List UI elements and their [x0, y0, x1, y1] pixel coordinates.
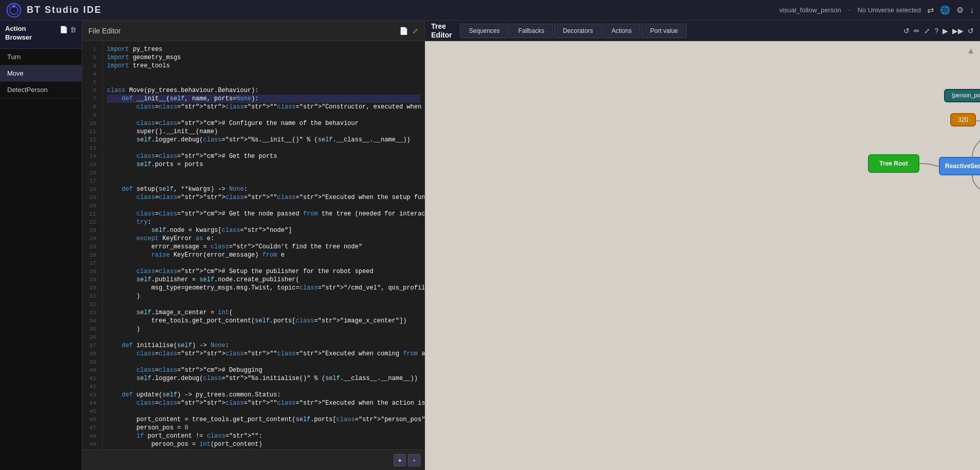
action-browser-header-icons: 📄 🗑: [60, 26, 77, 33]
code-line-15: self.ports = ports: [107, 160, 420, 169]
code-line-17: [107, 177, 420, 185]
code-line-19: class=class="str">"str">class="str">""cl…: [107, 193, 420, 202]
port-320[interactable]: 320: [950, 113, 976, 126]
code-line-8: class=class="str">"str">class="str">""cl…: [107, 103, 420, 111]
tree-root-node[interactable]: Tree Root: [868, 154, 919, 173]
code-line-3: import tree_tools: [107, 62, 420, 70]
code-line-42: [107, 383, 420, 391]
code-line-27: [107, 259, 420, 267]
fullscreen-icon[interactable]: ⤢: [924, 27, 930, 35]
code-line-33: self.image_x_center = int(: [107, 309, 420, 317]
code-line-46: port_content = tree_tools.get_port_conte…: [107, 415, 420, 424]
tree-editor-title: Tree Editor: [425, 22, 458, 40]
globe-icon[interactable]: 🌐: [940, 5, 950, 15]
sequences-button[interactable]: Sequences: [460, 24, 508, 38]
code-area[interactable]: 1234567891011121314151617181920212223242…: [82, 41, 424, 449]
app-title: BT Studio IDE: [27, 5, 102, 15]
code-line-1: import py_trees: [107, 45, 420, 53]
code-line-20: [107, 202, 420, 210]
settings-icon[interactable]: ⚙: [956, 5, 964, 15]
code-content[interactable]: import py_treesimport geometry_msgsimpor…: [103, 41, 424, 449]
code-line-30: msg_type=geometry_msgs.msg.Twist, topic=…: [107, 284, 420, 292]
actions-button[interactable]: Actions: [603, 24, 640, 38]
tree-toolbar-right: ↺ ✏ ⤢ ? ▶ ▶▶ ↺: [897, 27, 980, 35]
action-browser: Action Browser 📄 🗑 Turn Move DetectPerso…: [0, 21, 82, 470]
code-line-31: ): [107, 292, 420, 300]
topbar-right: visual_follow_person ~ No Universe selec…: [779, 5, 974, 15]
code-line-25: error_message = class="str">"Couldn't fi…: [107, 243, 420, 251]
code-line-35: ): [107, 325, 420, 333]
code-line-6: class Move(py_trees.behaviour.Behaviour)…: [107, 86, 420, 95]
code-line-36: [107, 333, 420, 341]
code-line-38: class=class="str">"str">class="str">""cl…: [107, 350, 420, 358]
editor-bottom: + -: [82, 449, 424, 470]
expand-editor-icon[interactable]: ⤢: [412, 27, 418, 35]
edit-icon[interactable]: ✏: [914, 27, 920, 35]
code-line-14: class=class="str">"cm"># Get the ports: [107, 152, 420, 160]
code-line-2: import geometry_msgs: [107, 53, 420, 62]
download-icon[interactable]: ↓: [970, 6, 974, 15]
file-editor: File Editor 📄 ⤢ 123456789101112131415161…: [82, 21, 425, 470]
code-line-44: class=class="str">"str">class="str">""cl…: [107, 399, 420, 407]
main: Action Browser 📄 🗑 Turn Move DetectPerso…: [0, 21, 980, 470]
code-line-13: [107, 144, 420, 152]
scroll-up-arrow[interactable]: ▲: [967, 46, 975, 56]
code-line-32: [107, 300, 420, 309]
reactive-sequence-node[interactable]: ReactiveSequence: [939, 157, 980, 175]
code-line-39: [107, 358, 420, 366]
topbar: BT Studio IDE visual_follow_person ~ No …: [0, 0, 980, 21]
refresh-icon[interactable]: ↺: [968, 27, 974, 35]
zoom-in-button[interactable]: +: [394, 454, 406, 466]
action-browser-title: Action Browser: [5, 25, 32, 42]
code-line-48: if port_content != class="str">"":: [107, 432, 420, 440]
tree-canvas[interactable]: Tree Root ReactiveSequence ReactiveFallb…: [425, 41, 980, 470]
play-icon[interactable]: ▶: [942, 27, 948, 35]
decorators-button[interactable]: Decorators: [554, 24, 602, 38]
code-line-24: except KeyError as e:: [107, 234, 420, 243]
code-line-7: def __init__(self, name, ports=None):: [107, 95, 420, 103]
code-line-16: [107, 169, 420, 177]
code-line-37: def initialise(self) -> None:: [107, 341, 420, 350]
sidebar-item-turn[interactable]: Turn: [0, 49, 82, 65]
file-editor-title: File Editor: [88, 27, 121, 35]
code-line-5: [107, 78, 420, 86]
project-name: visual_follow_person: [779, 6, 841, 14]
svg-point-2: [12, 5, 15, 8]
code-line-12: self.logger.debug(class="str">"%s.__init…: [107, 136, 420, 144]
editor-header-icons: 📄 ⤢: [399, 27, 418, 35]
line-numbers: 1234567891011121314151617181920212223242…: [82, 41, 103, 449]
code-line-22: try:: [107, 218, 420, 226]
connections-svg: [425, 41, 980, 470]
code-line-29: self.publisher = self.node.create_publis…: [107, 276, 420, 284]
code-line-43: def update(self) -> py_trees.common.Stat…: [107, 391, 420, 399]
port-value-button[interactable]: Port value: [641, 24, 687, 38]
code-line-10: class=class="str">"cm"># Configure the n…: [107, 119, 420, 128]
code-line-11: super().__init__(name): [107, 128, 420, 136]
zoom-out-button[interactable]: -: [408, 454, 420, 466]
action-browser-header: Action Browser 📄 🗑: [0, 21, 82, 49]
delete-icon[interactable]: 🗑: [70, 26, 77, 33]
port-person-pos-top[interactable]: {person_pos}: [944, 89, 980, 102]
code-line-45: [107, 407, 420, 415]
code-line-21: class=class="str">"cm"># Get the node pa…: [107, 210, 420, 218]
tree-editor-header: Tree Editor Sequences Fallbacks Decorato…: [425, 21, 980, 41]
code-line-4: [107, 70, 420, 78]
code-line-28: class=class="str">"cm"># Setup the publi…: [107, 267, 420, 276]
save-file-icon[interactable]: 📄: [399, 27, 408, 35]
code-line-18: def setup(self, **kwargs) -> None:: [107, 185, 420, 193]
fast-forward-icon[interactable]: ▶▶: [952, 27, 964, 35]
undo-icon[interactable]: ↺: [903, 27, 910, 35]
help-icon[interactable]: ?: [934, 27, 938, 35]
swap-icon[interactable]: ⇄: [927, 5, 934, 15]
app-logo: [6, 3, 22, 18]
file-editor-header: File Editor 📄 ⤢: [82, 21, 424, 41]
fallbacks-button[interactable]: Fallbacks: [510, 24, 553, 38]
code-line-9: [107, 111, 420, 119]
sidebar-item-move[interactable]: Move: [0, 65, 82, 82]
code-line-40: class=class="str">"cm"># Debugging: [107, 366, 420, 374]
code-line-47: person_pos = 0: [107, 424, 420, 432]
universe-status: No Universe selected: [857, 6, 921, 14]
sidebar-item-detectperson[interactable]: DetectPerson: [0, 82, 82, 98]
code-line-23: self.node = kwargs[class="str">"node"]: [107, 226, 420, 234]
new-file-icon[interactable]: 📄: [60, 26, 68, 33]
